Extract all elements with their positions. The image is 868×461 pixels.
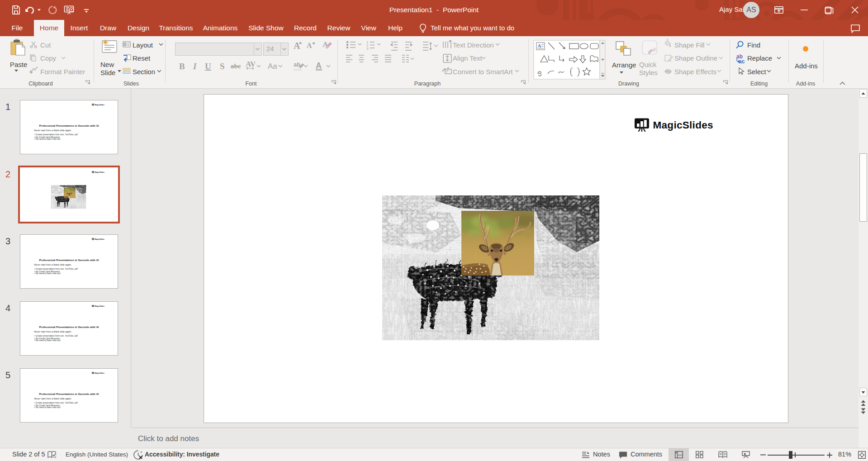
svg-text:B: B [179, 62, 185, 71]
svg-text:A: A [307, 42, 312, 49]
svg-text:Aa: Aa [268, 62, 277, 71]
svg-text:AV: AV [246, 60, 256, 68]
svg-text:I: I [193, 62, 197, 71]
svg-text:abc: abc [231, 62, 241, 70]
svg-text:U: U [205, 62, 211, 71]
svg-text:A: A [294, 41, 300, 51]
svg-text:3: 3 [366, 47, 369, 51]
svg-text:A: A [538, 43, 541, 48]
svg-text:S: S [220, 62, 225, 71]
